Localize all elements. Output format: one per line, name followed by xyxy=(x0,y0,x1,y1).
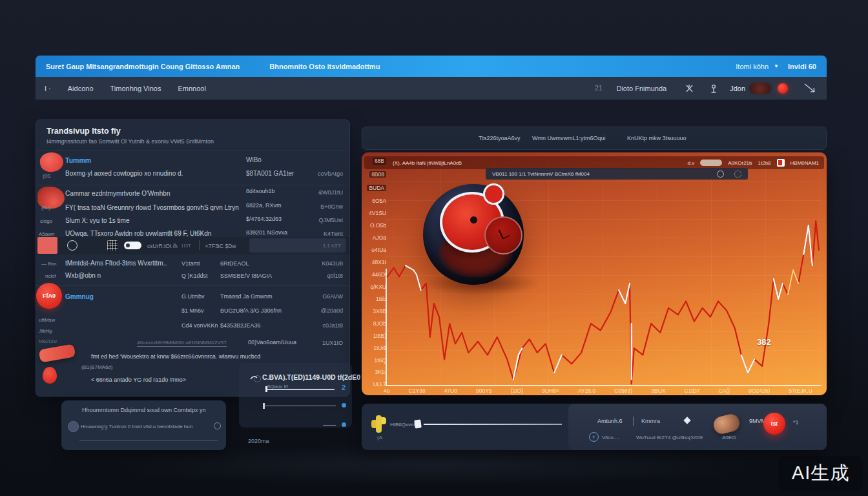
price-line-highlight xyxy=(554,355,562,373)
list-item[interactable]: tMmtdst-Ams Fftod-3tms Wvxrtttm.. xyxy=(65,260,167,267)
cell-value: 6RtDEAOL xyxy=(220,260,249,267)
cell-value: G6AVW xyxy=(322,293,343,300)
list-item[interactable]: Cammar ezdntmymrtvorte O'Wmhbn xyxy=(65,190,170,197)
divider xyxy=(633,417,634,426)
list-item[interactable]: Slum X: vyu to 1s time xyxy=(65,217,129,224)
menubar-item-1[interactable]: Suret Gaup Mitsangrandmottugin Coung Git… xyxy=(46,63,240,70)
y-tick-label: 3Kb. xyxy=(375,369,387,375)
input-underline[interactable] xyxy=(79,440,218,441)
home-icon[interactable]: (A xyxy=(377,435,382,440)
info-item-1[interactable]: Amtunh.6 xyxy=(597,418,623,424)
list-item-name[interactable]: Tummm xyxy=(65,156,91,164)
video-label[interactable]: Vltco.... xyxy=(602,435,619,440)
settings-title: C.BVA).T(ED)1149-U0D tf(2dE0 xyxy=(262,373,360,381)
info-item-2[interactable]: Kmmra xyxy=(641,418,660,424)
y-tick-label: O.O5b xyxy=(370,223,386,229)
top-menubar: Suret Gaup Mitsangrandmottugin Coung Git… xyxy=(36,56,827,77)
cell-value: Tmaasd Ja Gmwnm xyxy=(220,293,273,300)
cell-value: G.Utmbv xyxy=(181,293,205,300)
link[interactable]: 40uxxxxMH9MtM00r.u81tNNMMt/2V97 xyxy=(137,340,227,347)
avatar[interactable]: FfA0 xyxy=(36,283,62,309)
panel-subtitle: I4mmgnssitcutn fao Somwitt Ol Yutnih & e… xyxy=(46,138,214,145)
nav-item-3[interactable]: Emnnool xyxy=(178,85,205,92)
y-tick-label: BUDA xyxy=(367,185,386,192)
qr-icon[interactable] xyxy=(107,240,118,251)
list-item[interactable]: fmt ed hed 'Wousektro at knrw $66zrc66ov… xyxy=(91,353,260,360)
watchlist-panel: Trandsivup Itsto fiy I4mmgnssitcutn fao … xyxy=(36,119,350,397)
nav-item-1[interactable]: Aidcono xyxy=(68,85,94,92)
toolbar-mid-label: 1t3T xyxy=(181,243,191,249)
price-line-highlight xyxy=(619,284,630,304)
slider-dot[interactable] xyxy=(342,422,346,427)
panel-title: Trandsivup Itsto fiy xyxy=(46,127,121,136)
tools-icon[interactable] xyxy=(685,84,695,93)
red-disc-medium xyxy=(484,216,522,254)
nav-user-label[interactable]: Jdon xyxy=(730,85,745,92)
record-dot-icon[interactable] xyxy=(778,83,788,94)
y-tick-label: 1t6Q xyxy=(375,358,386,364)
x-tick-label: 5TtEJK.U xyxy=(789,388,812,394)
list-item[interactable]: FY( tnsa toaN Greunnry rlowd Tvosrmbos g… xyxy=(65,204,239,211)
list-item[interactable]: UOwqa. TTsxoro Awtdn rob uvwlamtlt 69 F,… xyxy=(65,230,211,237)
slider-handle[interactable] xyxy=(414,419,422,428)
person-icon[interactable] xyxy=(709,84,718,93)
list-item[interactable]: Wxb@obn n xyxy=(65,272,101,279)
settings-gear-icon[interactable] xyxy=(214,422,221,429)
color-swatch[interactable] xyxy=(37,237,57,254)
live-button[interactable]: tst xyxy=(763,413,785,435)
banner-icon xyxy=(39,344,76,362)
message-text: Hnuwxmg'g Tunlron 0 trwd v6d.u beonfxlad… xyxy=(81,424,192,429)
invite-button[interactable]: Invidi 60 xyxy=(788,63,816,70)
divider xyxy=(36,150,349,150)
cactus-icon xyxy=(376,415,382,433)
y-tick-label: 446Di xyxy=(372,272,386,278)
price-line-highlight xyxy=(788,270,798,294)
nav-item-home[interactable]: I · xyxy=(45,85,51,92)
chart-search-bar[interactable]: VB011 100 1/1 TvtNnnnnV BCtmX6 fM004 xyxy=(486,168,748,180)
toggle-switch[interactable] xyxy=(124,242,141,249)
nav-item-2[interactable]: Timonhng Vinos xyxy=(110,85,161,92)
avatar-text: FfA0 xyxy=(43,293,56,299)
cell-value: WiBo xyxy=(246,156,262,163)
cell-value: 839201 NSovxa xyxy=(246,229,287,236)
tab-3[interactable]: KnUKtp mkw 3tsuuuuo xyxy=(627,135,687,141)
disc-center-dot xyxy=(470,216,477,223)
cell-value: K043U8 xyxy=(322,260,343,267)
row-label: nckif xyxy=(45,273,56,279)
nav-bar: I · Aidcono Timonhng Vinos Emnnool 21 Di… xyxy=(36,77,827,100)
cell-value: $8TA001 GA1ter xyxy=(246,170,294,177)
pointer-icon xyxy=(802,83,818,94)
slider-handle[interactable] xyxy=(263,403,265,409)
target-icon[interactable] xyxy=(734,170,741,178)
nav-data-label[interactable]: Dioto Fnimunda xyxy=(616,85,666,92)
slider-track[interactable] xyxy=(323,425,336,426)
tab-1[interactable]: Tts226tyoaA6vy xyxy=(479,135,521,141)
chart-x-axis: 4oC1Y3847U0900Y5(1tO)9UH8>AY28.0C0583)3B… xyxy=(384,388,812,394)
slider-track[interactable] xyxy=(264,406,336,406)
toolbar-input[interactable]: 1.1 t:0'7 xyxy=(249,238,346,253)
slider-dot[interactable] xyxy=(342,403,346,408)
slider-track[interactable] xyxy=(424,424,562,425)
avatar xyxy=(68,421,79,432)
add-icon[interactable]: + xyxy=(589,432,599,442)
chart-panel: (X). AA4b ItaN |tNW8jtLnA0d5 d.v A0KOr21… xyxy=(362,152,827,395)
chevron-down-icon[interactable]: ▼ xyxy=(774,63,779,69)
filter-button[interactable]: <7F3tC $Dw xyxy=(205,243,236,249)
x-tick-label: 47U0 xyxy=(444,388,457,394)
list-item-name[interactable]: Gmmnug xyxy=(65,293,94,300)
clock-icon[interactable] xyxy=(717,170,724,178)
slider-handle[interactable] xyxy=(265,386,267,392)
x-tick-label: 4o xyxy=(384,388,389,394)
y-tick-label: o4tUa xyxy=(371,247,386,253)
slider-track[interactable] xyxy=(266,389,335,390)
tab-2[interactable]: Wmn UwmvwmL1:ytm6Oqui xyxy=(532,135,606,141)
user-menu[interactable]: Itomi köhn xyxy=(736,63,769,70)
y-tick-label: q/KXU xyxy=(370,284,386,290)
smiley-icon[interactable] xyxy=(67,240,78,251)
row-label: (0u) xyxy=(41,205,50,211)
list-item[interactable]: < 66n6a antado YG rod ra1do #nno> xyxy=(91,377,186,383)
menubar-item-2[interactable]: Bhnomnito Osto itsvidmadottmu xyxy=(269,63,380,70)
y-tick-label: 1ttib xyxy=(376,296,386,302)
volume-label: HtB6Qvvmy xyxy=(390,422,418,428)
y-tick-label: 68B xyxy=(373,158,386,165)
